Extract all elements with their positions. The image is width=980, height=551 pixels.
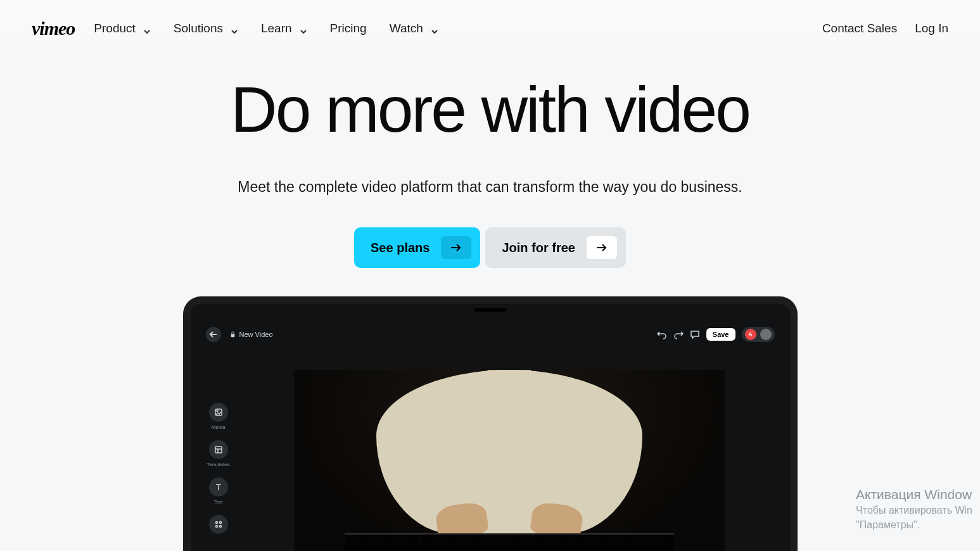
nav-item-solutions[interactable]: Solutions xyxy=(174,22,238,35)
svg-rect-3 xyxy=(231,334,234,337)
more-icon xyxy=(209,515,228,534)
back-button[interactable] xyxy=(206,327,221,342)
editor-body: Media Templates Text xyxy=(200,346,781,551)
nav-label: Learn xyxy=(261,22,292,35)
avatar-user: A xyxy=(745,329,756,340)
see-plans-button[interactable]: See plans xyxy=(354,227,480,268)
hero: Do more with video Meet the complete vid… xyxy=(0,57,980,551)
topbar-left: New Video xyxy=(206,327,273,342)
join-for-free-button[interactable]: Join for free xyxy=(485,227,626,268)
redo-button[interactable] xyxy=(673,329,684,339)
svg-point-14 xyxy=(219,526,221,528)
sidebar-label: Text xyxy=(213,499,223,505)
header: vimeo Product Solutions Learn Pricing Wa… xyxy=(0,0,980,57)
chevron-down-icon xyxy=(431,25,438,32)
nav-label: Pricing xyxy=(330,22,367,35)
svg-point-5 xyxy=(217,410,218,412)
undo-icon xyxy=(657,329,667,339)
svg-point-13 xyxy=(215,526,217,528)
sidebar-item-text[interactable]: Text xyxy=(209,478,228,505)
templates-icon xyxy=(209,440,228,459)
chevron-down-icon xyxy=(231,25,238,32)
illustration-body xyxy=(376,370,642,535)
contact-sales-link[interactable]: Contact Sales xyxy=(822,22,897,35)
cta-label: See plans xyxy=(371,241,430,255)
lock-icon xyxy=(230,331,236,338)
media-icon xyxy=(209,403,228,422)
video-editor: New Video Save A xyxy=(200,323,781,551)
cta-label: Join for free xyxy=(502,241,575,255)
comment-button[interactable] xyxy=(690,329,700,339)
illustration-keyboard xyxy=(345,533,674,551)
file-title-text: New Video xyxy=(239,331,273,338)
cta-row: See plans Join for free xyxy=(0,227,980,268)
main-nav: Product Solutions Learn Pricing Watch xyxy=(94,22,438,35)
svg-rect-6 xyxy=(215,446,222,453)
video-preview[interactable] xyxy=(294,370,725,551)
arrow-right-icon xyxy=(441,236,471,259)
topbar-right: Save A xyxy=(657,327,775,342)
svg-point-11 xyxy=(215,522,217,524)
sidebar-item-media[interactable]: Media xyxy=(209,403,228,430)
nav-label: Watch xyxy=(390,22,423,35)
avatar-placeholder xyxy=(760,329,772,340)
save-button[interactable]: Save xyxy=(706,328,735,341)
arrow-right-icon xyxy=(587,236,617,259)
logo[interactable]: vimeo xyxy=(32,18,75,39)
camera-notch xyxy=(474,308,506,312)
svg-point-12 xyxy=(219,522,221,524)
chevron-down-icon xyxy=(300,25,307,32)
arrow-left-icon xyxy=(210,331,217,338)
log-in-link[interactable]: Log In xyxy=(915,22,948,35)
text-icon xyxy=(209,478,228,497)
header-right: Contact Sales Log In xyxy=(822,22,948,35)
header-left: vimeo Product Solutions Learn Pricing Wa… xyxy=(32,18,438,39)
nav-item-pricing[interactable]: Pricing xyxy=(330,22,367,35)
nav-item-learn[interactable]: Learn xyxy=(261,22,307,35)
nav-label: Solutions xyxy=(174,22,223,35)
editor-canvas xyxy=(238,346,781,551)
nav-label: Product xyxy=(94,22,135,35)
nav-item-watch[interactable]: Watch xyxy=(390,22,438,35)
comment-icon xyxy=(690,329,700,339)
sidebar-label: Templates xyxy=(207,462,229,467)
hero-subtitle: Meet the complete video platform that ca… xyxy=(0,179,980,196)
nav-item-product[interactable]: Product xyxy=(94,22,150,35)
sidebar-item-templates[interactable]: Templates xyxy=(207,440,229,467)
sidebar-item-more[interactable] xyxy=(209,515,228,534)
hero-title: Do more with video xyxy=(0,76,980,144)
avatar-group[interactable]: A xyxy=(742,327,775,342)
editor-sidebar: Media Templates Text xyxy=(200,346,238,551)
file-title[interactable]: New Video xyxy=(230,331,273,338)
undo-button[interactable] xyxy=(657,329,667,339)
chevron-down-icon xyxy=(143,25,151,32)
redo-icon xyxy=(673,329,684,339)
editor-topbar: New Video Save A xyxy=(200,323,781,346)
sidebar-label: Media xyxy=(212,424,226,430)
device-mockup: New Video Save A xyxy=(183,296,798,551)
